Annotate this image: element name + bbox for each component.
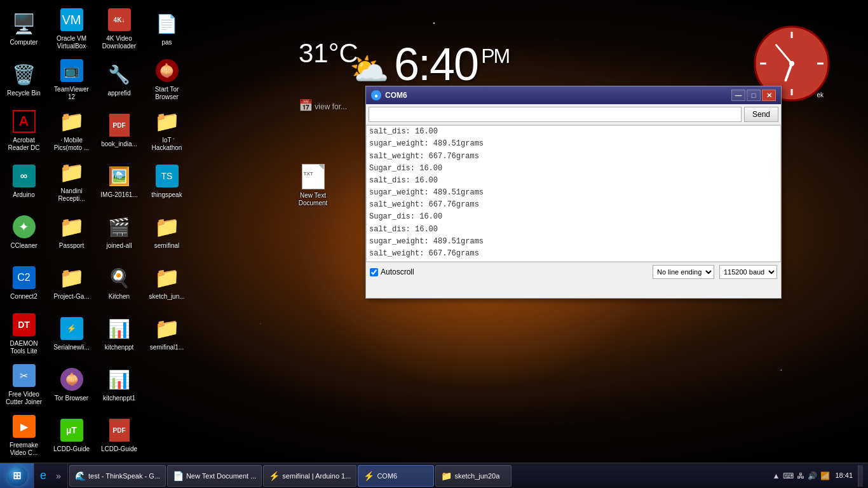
maximize-button[interactable]: □ (747, 90, 761, 101)
clock-label-ek: ek (817, 92, 824, 98)
tray-keyboard-icon: ⌨ (783, 471, 794, 480)
desktop-icon-pas[interactable]: 📄 pas (143, 3, 191, 54)
desktop-icon-ccleaner[interactable]: ✦ CCleaner (0, 207, 48, 257)
autoscroll-label: Autoscroll (381, 268, 414, 276)
desktop-icon-nandini[interactable]: 📁 NandiniRecepti... (48, 156, 95, 207)
new-text-doc-label: New Text Document (291, 192, 335, 207)
desktop-icon-4k[interactable]: 4K↓ 4K VideoDownloader (95, 3, 143, 54)
desktop-icon-oracle-vm[interactable]: VM Oracle VMVirtualBox (48, 3, 95, 54)
serial-output-line: Sugar_dis: 16.00 (369, 211, 778, 223)
book-india-label: book_india... (101, 140, 137, 148)
taskbar-semifinal-arduino[interactable]: ⚡ semifinal | Arduino 1... (263, 465, 356, 487)
close-button[interactable]: ✕ (762, 90, 776, 101)
start-button[interactable]: ⊞ (0, 463, 34, 489)
pas-icon: 📄 (154, 11, 180, 36)
minimize-button[interactable]: — (731, 90, 745, 101)
serial-output[interactable]: salt_weight: 667.76gramsSugar_dis: 16.00… (366, 125, 781, 262)
window-titlebar[interactable]: ● COM6 — □ ✕ (366, 86, 781, 104)
desktop-icon-kitchenppt1[interactable]: 📊 kitchenppt1 (95, 359, 143, 410)
desktop-icon-recycle[interactable]: 🗑️ Recycle Bin (0, 54, 48, 105)
tray-volume-icon[interactable]: 🔊 (808, 471, 817, 480)
desktop-icon-kitchenppt[interactable]: 📊 kitchenppt (95, 308, 143, 359)
taskbar-time-value: 18:41 (835, 471, 853, 480)
desktop-icon-freemake[interactable]: ▶ FreemakeVideo C... (0, 410, 48, 461)
show-desktop-button[interactable] (858, 465, 863, 487)
desktop-icon-acrobat[interactable]: A AcrobatReader DC (0, 105, 48, 156)
desktop-icon-daemon[interactable]: DT DAEMONTools Lite (0, 308, 48, 359)
desktop-icon-passport[interactable]: 📁 Passport (48, 207, 95, 257)
acrobat-icon: A (11, 109, 37, 134)
serial-output-line: sugar_weight: 489.51grams (369, 138, 778, 150)
semifinal-task-label: semifinal | Arduino 1... (282, 472, 351, 480)
kitchenppt1-icon: 📊 (107, 367, 132, 392)
desktop-icon-computer[interactable]: 🖥️ Computer (0, 3, 48, 54)
desktop-icon-arduino[interactable]: ∞ Arduino (0, 156, 48, 207)
desktop-icon-apprefid[interactable]: 🔧 apprefid (95, 54, 143, 105)
desktop-icon-sketch-jun[interactable]: 📁 sketch_jun... (143, 257, 191, 308)
taskbar-new-text[interactable]: 📄 New Text Document ... (167, 465, 262, 487)
desktop-icon-start-tor[interactable]: 🧅 Start TorBrowser (143, 54, 191, 105)
apprefid-label: apprefid (107, 90, 130, 97)
joined-all-icon: 🎬 (107, 214, 132, 240)
quick-ie-icon[interactable]: e (37, 470, 50, 482)
taskbar-sketch[interactable]: 📁 sketch_jun20a (435, 465, 512, 487)
computer-icon: 🖥️ (11, 11, 37, 36)
desktop-icon-book-india[interactable]: PDF book_india... (95, 105, 143, 156)
desktop-icon-lcdd[interactable]: PDF LCDD-Guide (95, 410, 143, 461)
desktop-icon-freevideo[interactable]: ✂ Free VideoCutter Joiner (0, 359, 48, 410)
desktop-icon-img2016[interactable]: 🖼️ IMG-20161... (95, 156, 143, 207)
desktop-icon-semifinal[interactable]: 📁 semifinal (143, 207, 191, 257)
com6-task-label: COM6 (377, 472, 397, 480)
project-ga-label: Project-Ga... (53, 293, 89, 301)
tray-signal-icon: 📶 (820, 471, 830, 480)
desktop-icon-kitchen[interactable]: 🍳 Kitchen (95, 257, 143, 308)
mobile-pics-icon: 📁 (59, 109, 85, 134)
desktop: 🖥️ Computer VM Oracle VMVirtualBox 4K↓ 4… (0, 0, 868, 463)
arduino-icon: ∞ (11, 163, 37, 189)
desktop-icon-joined-all[interactable]: 🎬 joined-all (95, 207, 143, 257)
thingspeak-icon: TS (154, 163, 180, 189)
desktop-icon-mobile-pics[interactable]: 📁 · MobilePics(moto ... (48, 105, 95, 156)
thingspeak-label: thingspeak (151, 191, 182, 199)
desktop-icon-project-ga[interactable]: 📁 Project-Ga... (48, 257, 95, 308)
serial-input-field[interactable] (369, 107, 742, 122)
desktop-icon-iot[interactable]: 📁 IoTHackathon (143, 105, 191, 156)
tor-browser-icon: 🧅 (59, 367, 85, 392)
desktop-icon-tor-browser[interactable]: 🧅 Tor Browser (48, 359, 95, 410)
freemake-icon: ▶ (11, 414, 37, 439)
send-button[interactable]: Send (744, 107, 778, 122)
desktop-icon-semifinal1[interactable]: 📁 semifinal1... (143, 308, 191, 359)
semifinal-task-icon: ⚡ (269, 471, 279, 481)
teamviewer-icon: 📺 (59, 58, 85, 83)
desktop-icon-thingspeak[interactable]: TS thingspeak (143, 156, 191, 207)
com6-window: ● COM6 — □ ✕ Send salt_weight: 667.76gra… (365, 86, 782, 299)
taskbar-com6[interactable]: ⚡ COM6 (358, 465, 434, 487)
freevideo-icon: ✂ (11, 363, 37, 388)
autoscroll-area: Autoscroll (370, 268, 414, 276)
desktop-icon-new-text[interactable]: TXT New Text Document (289, 160, 337, 211)
desktop-icon-serialnewli[interactable]: ⚡ Serialnewli... (48, 308, 95, 359)
tray-network-icon[interactable]: 🖧 (797, 471, 804, 480)
passport-label: Passport (59, 242, 84, 250)
serial-output-line: salt_weight: 667.76grams (369, 199, 778, 211)
line-ending-select[interactable]: No line ending (653, 265, 714, 279)
4k-icon: 4K↓ (107, 7, 132, 32)
tray-show-hidden-icon[interactable]: ▲ (773, 471, 780, 480)
clock-ampm: PM (481, 44, 509, 68)
computer-label: Computer (10, 39, 38, 46)
com6-title-icon: ● (371, 90, 381, 100)
oracle-vm-icon: VM (59, 7, 85, 32)
taskbar-items: 🌊 test - ThinkSpeak - G... 📄 New Text Do… (68, 463, 768, 489)
taskbar-thingspeak[interactable]: 🌊 test - ThinkSpeak - G... (69, 465, 166, 487)
svg-point-8 (789, 61, 794, 66)
view-forecast-link[interactable]: 📅 view for... (299, 98, 347, 112)
autoscroll-checkbox[interactable] (370, 268, 378, 276)
desktop-icon-connect2[interactable]: C2 Connect2 (0, 257, 48, 308)
desktop-icon-utorrent[interactable]: µT LCDD-Guide (48, 410, 95, 461)
recycle-bin-icon: 🗑️ (11, 62, 37, 87)
desktop-icon-teamviewer[interactable]: 📺 TeamViewer12 (48, 54, 95, 105)
nandini-label: NandiniRecepti... (58, 187, 85, 203)
quick-arrow-icon[interactable]: » (52, 470, 65, 482)
taskbar-clock[interactable]: 18:41 (835, 471, 853, 480)
baud-rate-select[interactable]: 115200 baud (719, 265, 777, 279)
